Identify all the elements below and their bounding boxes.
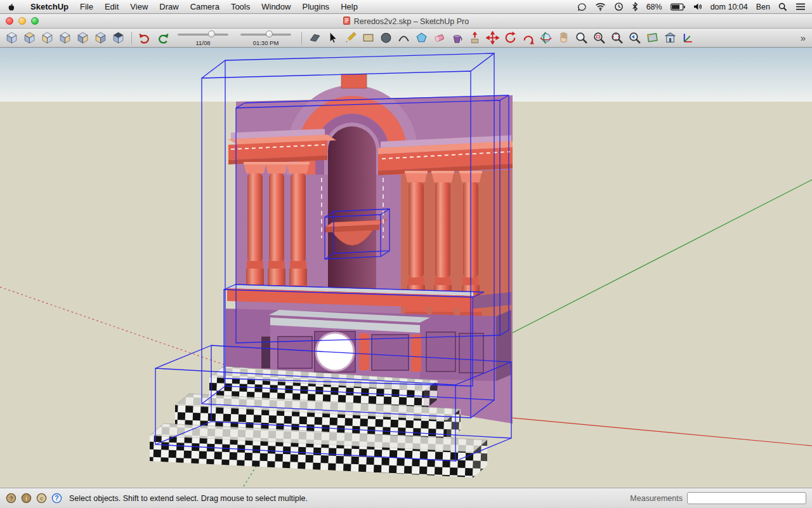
battery-icon[interactable] — [671, 3, 685, 11]
iso-view-button[interactable] — [4, 30, 20, 46]
bluetooth-icon[interactable] — [632, 2, 638, 11]
measurements-label: Measurements — [630, 494, 683, 503]
time-machine-icon[interactable] — [614, 2, 624, 11]
credits-icon[interactable]: i — [21, 493, 32, 504]
menu-help[interactable]: Help — [335, 0, 363, 14]
svg-text:i: i — [25, 495, 27, 502]
window-title-bar[interactable]: Reredos2v2.skp – SketchUp Pro — [0, 14, 812, 29]
menu-edit[interactable]: Edit — [99, 0, 124, 14]
toolbar-separator — [131, 32, 132, 44]
menu-window[interactable]: Window — [256, 0, 296, 14]
line-tool-button[interactable] — [343, 30, 358, 46]
paint-bucket-button[interactable] — [449, 30, 465, 46]
select-button[interactable] — [325, 30, 341, 46]
notification-center-icon[interactable] — [796, 3, 806, 11]
menu-view[interactable]: View — [124, 0, 154, 14]
shadow-date-label: 11/08 — [175, 39, 231, 46]
shadow-time-slider[interactable]: 01:30 PM — [238, 29, 294, 46]
shadow-date-knob[interactable] — [208, 30, 215, 37]
toolbar-overflow-chevron[interactable]: » — [801, 32, 808, 43]
circle-tool-button[interactable] — [378, 30, 394, 46]
measurements-input[interactable] — [687, 492, 806, 504]
shadow-time-label: 01:30 PM — [238, 39, 294, 46]
eraser-tool-button[interactable] — [431, 30, 447, 46]
menu-bar: SketchUp File Edit View Draw Camera Tool… — [0, 0, 812, 14]
document-proxy-icon — [343, 17, 350, 27]
redo-button[interactable] — [155, 30, 171, 46]
menu-file[interactable]: File — [74, 0, 99, 14]
svg-text:?: ? — [10, 495, 13, 502]
section-plane-button[interactable] — [645, 30, 660, 46]
help-icon[interactable]: ? — [51, 493, 62, 504]
back-view-button[interactable] — [75, 30, 91, 46]
left-view-button[interactable] — [93, 30, 108, 46]
menubar-clock[interactable]: dom 10:04 — [710, 3, 748, 11]
polygon-tool-button[interactable] — [414, 30, 429, 46]
toolbar: 11/08 01:30 PM » — [0, 29, 812, 48]
rotate-tool-button[interactable] — [502, 30, 518, 46]
spotlight-icon[interactable] — [778, 3, 787, 11]
svg-text:c: c — [40, 495, 43, 502]
status-hint: Select objects. Shift to extend select. … — [69, 494, 308, 503]
volume-icon[interactable] — [693, 3, 702, 11]
zoom-window-button[interactable] — [591, 30, 607, 46]
window-title: Reredos2v2.skp – SketchUp Pro — [354, 17, 469, 26]
menu-camera[interactable]: Camera — [185, 0, 225, 14]
shadow-date-track[interactable] — [178, 34, 228, 36]
get-models-button[interactable] — [662, 30, 678, 46]
apple-menu-icon[interactable] — [6, 2, 16, 12]
right-view-button[interactable] — [57, 30, 73, 46]
undo-button[interactable] — [137, 30, 153, 46]
toolbar-separator — [301, 32, 302, 44]
viewport-canvas[interactable] — [0, 48, 812, 488]
pan-tool-button[interactable] — [556, 30, 572, 46]
notification-icon[interactable] — [577, 3, 587, 11]
axes-tool-button[interactable] — [680, 30, 696, 46]
zoom-extents-button[interactable] — [609, 30, 625, 46]
claim-icon[interactable]: c — [36, 493, 47, 504]
follow-me-button[interactable] — [520, 30, 536, 46]
shadow-time-knob[interactable] — [266, 30, 273, 37]
menu-draw[interactable]: Draw — [154, 0, 184, 14]
zoom-tool-button[interactable] — [573, 30, 589, 46]
previous-view-button[interactable] — [627, 30, 643, 46]
move-tool-button[interactable] — [485, 30, 501, 46]
screen: SketchUp File Edit View Draw Camera Tool… — [0, 0, 812, 508]
menu-plugins[interactable]: Plugins — [296, 0, 335, 14]
status-bar: ? i c ? Select objects. Shift to extend … — [0, 488, 812, 508]
rectangle-tool-button[interactable] — [360, 30, 376, 46]
bottom-view-button[interactable] — [110, 30, 126, 46]
viewport[interactable] — [0, 48, 812, 488]
wifi-icon[interactable] — [595, 3, 606, 11]
top-view-button[interactable] — [22, 30, 37, 46]
make-component-button[interactable] — [307, 30, 323, 46]
orbit-tool-button[interactable] — [538, 30, 554, 46]
menu-app[interactable]: SketchUp — [25, 0, 74, 14]
svg-text:?: ? — [55, 495, 58, 502]
geolocation-icon[interactable]: ? — [6, 493, 16, 504]
shadow-date-slider[interactable]: 11/08 — [175, 29, 231, 46]
menu-tools[interactable]: Tools — [225, 0, 256, 14]
left-columns — [243, 162, 310, 302]
arc-tool-button[interactable] — [396, 30, 412, 46]
front-view-button[interactable] — [39, 30, 55, 46]
battery-percent: 68% — [646, 3, 662, 11]
menubar-user[interactable]: Ben — [756, 3, 770, 11]
push-pull-button[interactable] — [467, 30, 483, 46]
